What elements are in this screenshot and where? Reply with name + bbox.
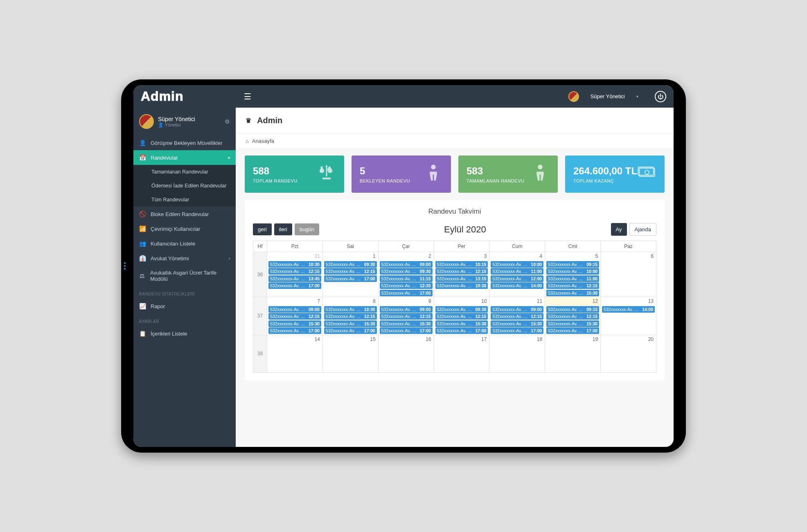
calendar-event[interactable]: 532xxxxxxx-Av. …14:00	[491, 282, 543, 289]
calendar-day-cell[interactable]: 17	[434, 335, 489, 372]
calendar-event[interactable]: 532xxxxxxx-Av. …15:30	[546, 320, 599, 327]
sidebar-item-4[interactable]: 👥Kullanıcıları Listele	[133, 236, 236, 251]
calendar-event[interactable]: 532xxxxxxx-Av. …09:30	[324, 261, 377, 268]
calendar-day-cell[interactable]: 9532xxxxxxx-Av. …09:00532xxxxxxx-Av. …12…	[378, 297, 434, 335]
calendar-event[interactable]: 532xxxxxxx-Av. …13:45	[268, 275, 321, 282]
calendar-day-cell[interactable]: 14	[267, 335, 323, 372]
calendar-event[interactable]: 532xxxxxxx-Av. …17:00	[268, 282, 321, 289]
calendar-event[interactable]: 532xxxxxxx-Av. …17:00	[380, 290, 433, 296]
calendar-next-button[interactable]: ileri	[274, 223, 292, 235]
calendar-event[interactable]: 532xxxxxxx-Av. …17:00	[546, 327, 599, 334]
power-icon[interactable]: ⏻	[655, 91, 666, 102]
calendar-day-cell[interactable]: 12532xxxxxxx-Av. …09:15532xxxxxxx-Av. …1…	[545, 297, 601, 335]
calendar-day-cell[interactable]: 2532xxxxxxx-Av. …09:00532xxxxxxx-Av. …09…	[378, 252, 434, 297]
sidebar-item-3[interactable]: 📶Çevrimiçi Kullanıcılar	[133, 221, 236, 236]
calendar-event[interactable]: 532xxxxxxx-Av. …09:30	[435, 306, 488, 313]
calendar-day-cell[interactable]: 19	[545, 335, 601, 372]
calendar-event[interactable]: 532xxxxxxx-Av. …10:00	[546, 268, 599, 275]
calendar-event[interactable]: 532xxxxxxx-Av. …10:15	[435, 261, 488, 268]
calendar-event[interactable]: 532xxxxxxx-Av. …09:30	[380, 268, 433, 275]
sidebar-subitem-1[interactable]: Ödemesi İade Edilen Randevular	[133, 179, 236, 193]
calendar-event[interactable]: 532xxxxxxx-Av. …15:30	[546, 290, 599, 296]
calendar-day-cell[interactable]: 18	[489, 335, 545, 372]
calendar-day-cell[interactable]: 13532xxxxxxx-Av. …14:00	[601, 297, 656, 335]
calendar-event[interactable]: 532xxxxxxx-Av. …12:15	[380, 313, 433, 320]
calendar-event[interactable]: 532xxxxxxx-Av. …17:00	[268, 327, 321, 334]
calendar-day-cell[interactable]: 1532xxxxxxx-Av. …09:30532xxxxxxx-Av. …12…	[322, 252, 378, 297]
calendar-event[interactable]: 532xxxxxxx-Av. …19:30	[435, 282, 488, 289]
menu-toggle-icon[interactable]: ☰	[244, 92, 251, 101]
calendar-day-cell[interactable]: 15	[322, 335, 378, 372]
calendar-event[interactable]: 532xxxxxxx-Av. …12:15	[546, 282, 599, 289]
calendar-prev-button[interactable]: geri	[253, 223, 272, 235]
calendar-event[interactable]: 532xxxxxxx-Av. …12:15	[491, 313, 543, 320]
stat-card-3[interactable]: 264.600,00 TLTOPLAM KAZANÇ	[565, 156, 665, 193]
calendar-event[interactable]: 532xxxxxxx-Av. …12:15	[324, 268, 377, 275]
calendar-event[interactable]: 532xxxxxxx-Av. …15:30	[380, 320, 433, 327]
calendar-event[interactable]: 532xxxxxxx-Av. …11:00	[491, 268, 543, 275]
calendar-today-button[interactable]: bugün	[295, 223, 319, 235]
calendar-event[interactable]: 532xxxxxxx-Av. …15:30	[491, 320, 543, 327]
calendar-event[interactable]: 532xxxxxxx-Av. …12:15	[435, 268, 488, 275]
gear-icon[interactable]: ⚙	[225, 118, 230, 125]
sidebar-subitem-2[interactable]: Tüm Randevular	[133, 193, 236, 207]
stat-card-1[interactable]: 5BEKLEYEN RANDEVU	[352, 156, 451, 193]
sidebar-item-6[interactable]: ⚖Avukatlık Asgari Ücret Tarife Modülü	[133, 266, 236, 286]
calendar-day-cell[interactable]: 8532xxxxxxx-Av. …10:30532xxxxxxx-Av. …12…	[322, 297, 378, 335]
breadcrumb-home[interactable]: Anasayfa	[252, 138, 274, 144]
sidebar-item-5[interactable]: 👔Avukat Yönetimi›	[133, 251, 236, 266]
calendar-event[interactable]: 532xxxxxxx-Av. …12:30	[380, 282, 433, 289]
home-icon[interactable]: ⌂	[246, 138, 249, 144]
calendar-event[interactable]: 532xxxxxxx-Av. …12:15	[546, 313, 599, 320]
sidebar-item-1[interactable]: 📅Randevular▾	[133, 150, 236, 165]
calendar-day-cell[interactable]: 5532xxxxxxx-Av. …09:15532xxxxxxx-Av. …10…	[545, 252, 601, 297]
sidebar-item-0[interactable]: 👤Görüşme Bekleyen Müvellikler	[133, 135, 236, 150]
calendar-event[interactable]: 532xxxxxxx-Av. …09:00	[268, 306, 321, 313]
calendar-view-month-button[interactable]: Ay	[611, 223, 627, 236]
calendar-event[interactable]: 532xxxxxxx-Av. …17:00	[491, 327, 543, 334]
calendar-event[interactable]: 532xxxxxxx-Av. …15:30	[435, 320, 488, 327]
user-avatar[interactable]	[568, 91, 579, 102]
calendar-event[interactable]: 532xxxxxxx-Av. …10:30	[268, 261, 321, 268]
calendar-day-cell[interactable]: 7532xxxxxxx-Av. …09:00532xxxxxxx-Av. …12…	[267, 297, 323, 335]
calendar-event[interactable]: 532xxxxxxx-Av. …17:00	[324, 275, 377, 282]
calendar-event[interactable]: 532xxxxxxx-Av. …13:15	[435, 275, 488, 282]
calendar-event[interactable]: 532xxxxxxx-Av. …10:00	[491, 261, 543, 268]
sidebar-subitem-0[interactable]: Tamamlanan Randevular	[133, 165, 236, 179]
calendar-event[interactable]: 532xxxxxxx-Av. …09:00	[380, 261, 433, 268]
calendar-event[interactable]: 532xxxxxxx-Av. …17:00	[435, 327, 488, 334]
calendar-event[interactable]: 532xxxxxxx-Av. …14:00	[602, 306, 655, 313]
calendar-event[interactable]: 532xxxxxxx-Av. …12:15	[268, 268, 321, 275]
calendar-event[interactable]: 532xxxxxxx-Av. …15:30	[268, 320, 321, 327]
calendar-event[interactable]: 532xxxxxxx-Av. …09:00	[380, 306, 433, 313]
calendar-event[interactable]: 532xxxxxxx-Av. …09:00	[491, 306, 543, 313]
calendar-event[interactable]: 532xxxxxxx-Av. …09:15	[546, 306, 599, 313]
sidebar-item-icerik[interactable]: 📋 İçerikleri Listele	[133, 326, 236, 341]
calendar-event[interactable]: 532xxxxxxx-Av. …15:30	[324, 320, 377, 327]
calendar-day-cell[interactable]: 20	[601, 335, 656, 372]
calendar-event[interactable]: 532xxxxxxx-Av. …12:15	[324, 313, 377, 320]
calendar-day-cell[interactable]: 11532xxxxxxx-Av. …09:00532xxxxxxx-Av. …1…	[489, 297, 545, 335]
calendar-day-cell[interactable]: 10532xxxxxxx-Av. …09:30532xxxxxxx-Av. …1…	[434, 297, 489, 335]
sidebar-item-2[interactable]: 🚫Bloke Edilen Randevular	[133, 207, 236, 221]
calendar-day-cell[interactable]: 31532xxxxxxx-Av. …10:30532xxxxxxx-Av. …1…	[267, 252, 323, 297]
calendar-day-cell[interactable]: 3532xxxxxxx-Av. …10:15532xxxxxxx-Av. …12…	[434, 252, 489, 297]
calendar-event[interactable]: 532xxxxxxx-Av. …12:15	[435, 313, 488, 320]
calendar-event[interactable]: 532xxxxxxx-Av. …12:00	[491, 275, 543, 282]
calendar-event[interactable]: 532xxxxxxx-Av. …17:00	[380, 327, 433, 334]
calendar-event[interactable]: 532xxxxxxx-Av. …12:15	[268, 313, 321, 320]
calendar-day-cell[interactable]: 6	[601, 252, 656, 297]
calendar-day-cell[interactable]: 16	[378, 335, 434, 372]
calendar-event[interactable]: 532xxxxxxx-Av. …11:15	[380, 275, 433, 282]
calendar-event[interactable]: 532xxxxxxx-Av. …17:00	[324, 327, 377, 334]
stat-card-2[interactable]: 583TAMAMLANAN RANDEVU	[458, 156, 558, 193]
user-name[interactable]: Süper Yönetici	[591, 93, 625, 99]
calendar-view-agenda-button[interactable]: Ajanda	[629, 223, 656, 236]
calendar-event[interactable]: 532xxxxxxx-Av. …10:30	[324, 306, 377, 313]
sidebar-item-rapor[interactable]: 📈 Rapor	[133, 299, 236, 313]
chevron-down-icon[interactable]: ▾	[636, 94, 638, 99]
calendar-event[interactable]: 532xxxxxxx-Av. …09:15	[546, 261, 599, 268]
stat-card-0[interactable]: 588TOPLAM RANDEVU	[245, 156, 344, 193]
calendar-day-cell[interactable]: 4532xxxxxxx-Av. …10:00532xxxxxxx-Av. …11…	[489, 252, 545, 297]
calendar-event[interactable]: 532xxxxxxx-Av. …11:00	[546, 275, 599, 282]
